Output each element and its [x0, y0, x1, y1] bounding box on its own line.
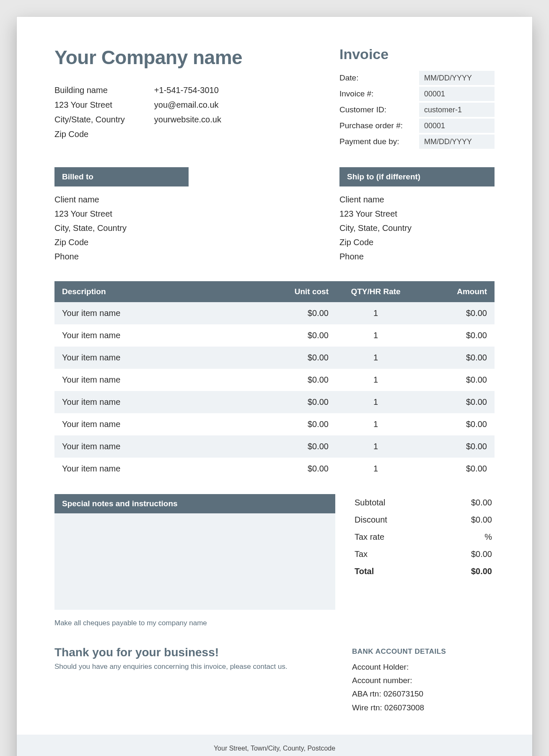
- table-row: Your item name$0.001$0.00: [54, 347, 495, 369]
- cell-qty[interactable]: 1: [336, 435, 415, 458]
- bank-heading: BANK ACCOUNT DETAILS: [352, 646, 495, 658]
- invoice-meta-row: Purchase order #:00001: [339, 118, 495, 134]
- table-row: Your item name$0.001$0.00: [54, 435, 495, 458]
- table-row: Your item name$0.001$0.00: [54, 413, 495, 435]
- invoice-meta-value[interactable]: MM/DD/YYYY: [419, 135, 495, 149]
- invoice-meta-label: Purchase order #:: [339, 121, 419, 130]
- company-zip: Zip Code: [54, 127, 125, 142]
- totals-block: Subtotal$0.00Discount$0.00Tax rate%Tax$0…: [352, 494, 495, 627]
- totals-value: %: [484, 532, 492, 542]
- ship-line: City, State, Country: [339, 221, 495, 235]
- cell-qty[interactable]: 1: [336, 324, 415, 347]
- totals-row: Tax rate%: [352, 528, 495, 546]
- cell-unit[interactable]: $0.00: [257, 369, 336, 391]
- cell-desc[interactable]: Your item name: [54, 413, 257, 435]
- bank-line: Account number:: [352, 674, 495, 687]
- cell-desc[interactable]: Your item name: [54, 347, 257, 369]
- invoice-meta-value[interactable]: 00001: [419, 87, 495, 101]
- notes-heading: Special notes and instructions: [54, 494, 335, 513]
- notes-body[interactable]: [54, 513, 335, 610]
- cell-unit[interactable]: $0.00: [257, 324, 336, 347]
- invoice-title: Invoice: [339, 46, 495, 62]
- cell-desc[interactable]: Your item name: [54, 458, 257, 480]
- cell-amount[interactable]: $0.00: [415, 369, 495, 391]
- totals-label: Tax rate: [355, 532, 384, 542]
- ship-line: Phone: [339, 249, 495, 264]
- header-row: Your Company name Building name 123 Your…: [54, 46, 495, 150]
- ship-to-heading: Ship to (if different): [339, 167, 495, 186]
- col-description: Description: [54, 281, 257, 302]
- company-address: Building name 123 Your Street City/State…: [54, 83, 125, 142]
- cell-unit[interactable]: $0.00: [257, 413, 336, 435]
- table-header-row: Description Unit cost QTY/HR Rate Amount: [54, 281, 495, 302]
- table-row: Your item name$0.001$0.00: [54, 391, 495, 413]
- billed-line: Zip Code: [54, 235, 323, 249]
- company-contact-columns: Building name 123 Your Street City/State…: [54, 83, 323, 142]
- cell-unit[interactable]: $0.00: [257, 458, 336, 480]
- cell-amount[interactable]: $0.00: [415, 391, 495, 413]
- thanks-heading: Thank you for your business!: [54, 646, 335, 659]
- bank-line: Account Holder:: [352, 660, 495, 674]
- cell-desc[interactable]: Your item name: [54, 369, 257, 391]
- col-amount: Amount: [415, 281, 495, 302]
- cell-desc[interactable]: Your item name: [54, 324, 257, 347]
- bank-line: ABA rtn: 026073150: [352, 687, 495, 701]
- totals-label: Subtotal: [355, 498, 385, 507]
- billed-line: 123 Your Street: [54, 207, 323, 221]
- totals-row: Subtotal$0.00: [352, 494, 495, 511]
- cell-qty[interactable]: 1: [336, 369, 415, 391]
- cell-amount[interactable]: $0.00: [415, 302, 495, 324]
- cell-unit[interactable]: $0.00: [257, 435, 336, 458]
- thanks-bank-row: Thank you for your business! Should you …: [54, 646, 495, 715]
- total-value: $0.00: [471, 567, 492, 576]
- invoice-meta-row: Payment due by:MM/DD/YYYY: [339, 134, 495, 150]
- invoice-meta-label: Payment due by:: [339, 137, 419, 146]
- cell-desc[interactable]: Your item name: [54, 435, 257, 458]
- cell-qty[interactable]: 1: [336, 458, 415, 480]
- cell-desc[interactable]: Your item name: [54, 391, 257, 413]
- thanks-line: Should you have any enquiries concerning…: [54, 663, 335, 671]
- cell-amount[interactable]: $0.00: [415, 413, 495, 435]
- invoice-meta-row: Customer ID:customer-1: [339, 102, 495, 118]
- cell-amount[interactable]: $0.00: [415, 435, 495, 458]
- totals-value: $0.00: [471, 498, 492, 507]
- cell-unit[interactable]: $0.00: [257, 302, 336, 324]
- table-row: Your item name$0.001$0.00: [54, 458, 495, 480]
- invoice-meta-row: Invoice #:00001: [339, 86, 495, 102]
- company-website: yourwebsite.co.uk: [154, 112, 221, 127]
- company-name: Your Company name: [54, 46, 323, 69]
- cheque-instruction: Make all cheques payable to my company n…: [54, 619, 335, 627]
- ship-to-block: Ship to (if different) Client name123 Yo…: [339, 167, 495, 264]
- invoice-meta-table: Date:MM/DD/YYYYInvoice #:00001Customer I…: [339, 70, 495, 150]
- footer-address: Your Street, Town/City, County, Postcode: [25, 742, 524, 755]
- invoice-meta-value[interactable]: 00001: [419, 119, 495, 133]
- total-label: Total: [355, 567, 374, 576]
- billed-to-block: Billed to Client name123 Your StreetCity…: [54, 167, 323, 264]
- table-row: Your item name$0.001$0.00: [54, 369, 495, 391]
- invoice-meta-value[interactable]: customer-1: [419, 103, 495, 117]
- cell-unit[interactable]: $0.00: [257, 391, 336, 413]
- cell-amount[interactable]: $0.00: [415, 347, 495, 369]
- invoice-meta-label: Date:: [339, 73, 419, 83]
- company-block: Your Company name Building name 123 Your…: [54, 46, 323, 150]
- ship-line: Client name: [339, 192, 495, 207]
- cell-unit[interactable]: $0.00: [257, 347, 336, 369]
- total-row: Total $0.00: [352, 563, 495, 580]
- company-citystate: City/State, Country: [54, 112, 125, 127]
- cell-qty[interactable]: 1: [336, 391, 415, 413]
- invoice-meta-block: Invoice Date:MM/DD/YYYYInvoice #:00001Cu…: [339, 46, 495, 150]
- cell-qty[interactable]: 1: [336, 302, 415, 324]
- cell-amount[interactable]: $0.00: [415, 458, 495, 480]
- invoice-page: Your Company name Building name 123 Your…: [17, 17, 532, 756]
- notes-totals-row: Special notes and instructions Make all …: [54, 494, 495, 627]
- invoice-meta-value[interactable]: MM/DD/YYYY: [419, 71, 495, 85]
- col-qty: QTY/HR Rate: [336, 281, 415, 302]
- cell-amount[interactable]: $0.00: [415, 324, 495, 347]
- cell-qty[interactable]: 1: [336, 347, 415, 369]
- cell-desc[interactable]: Your item name: [54, 302, 257, 324]
- cell-qty[interactable]: 1: [336, 413, 415, 435]
- invoice-meta-label: Invoice #:: [339, 89, 419, 98]
- col-unit-cost: Unit cost: [257, 281, 336, 302]
- line-items-table: Description Unit cost QTY/HR Rate Amount…: [54, 281, 495, 480]
- totals-label: Discount: [355, 515, 387, 525]
